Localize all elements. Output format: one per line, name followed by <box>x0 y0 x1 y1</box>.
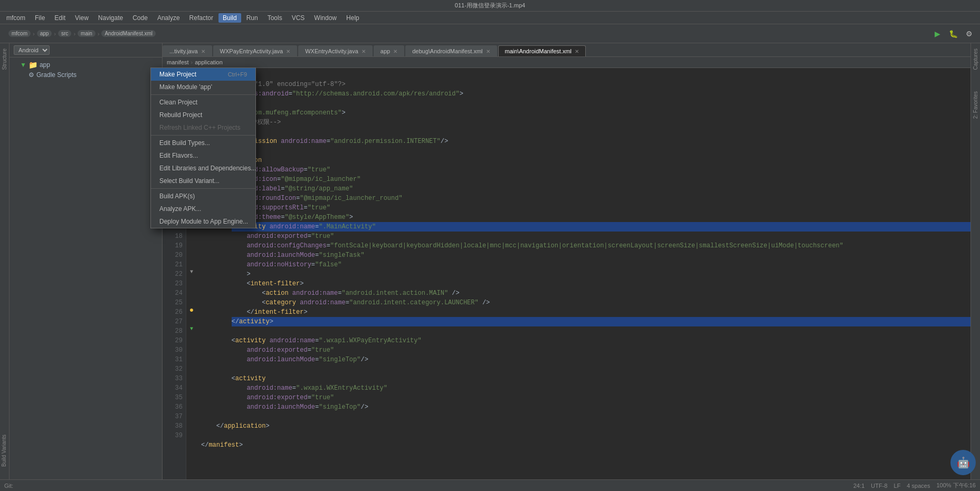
breadcrumb-main[interactable]: main <box>78 30 96 37</box>
tab-close-debug-manifest[interactable]: ✕ <box>486 49 490 54</box>
editor-breadcrumb-manifest[interactable]: manifest <box>167 59 189 65</box>
tab-app[interactable]: app ✕ <box>374 45 404 56</box>
tab-activity[interactable]: ...tivity.java ✕ <box>163 45 212 56</box>
tab-wxpay[interactable]: WXPayEntryActivity.java ✕ <box>213 45 298 56</box>
expand-icon: ▼ <box>20 61 26 69</box>
menu-make-project[interactable]: Make Project Ctrl+F9 <box>151 68 255 81</box>
build-variants-toggle[interactable]: Build Variants <box>0 431 9 470</box>
favorites-label: 2: Favorites <box>973 91 978 119</box>
title-text: 011-用微信登录演示-1.mp4 <box>455 2 525 9</box>
git-status: Git: <box>4 483 13 489</box>
breadcrumb-mfcom[interactable]: mfcom <box>8 30 31 37</box>
breadcrumb-src[interactable]: src <box>58 30 71 37</box>
tab-close-main-manifest[interactable]: ✕ <box>575 49 579 54</box>
code-editor[interactable]: <?xml version="1.0" encoding="utf-8"?> <… <box>197 68 971 479</box>
menu-make-module[interactable]: Make Module 'app' <box>151 81 255 93</box>
folder-icon: 📁 <box>28 61 37 69</box>
editor-section: ...tivity.java ✕ WXPayEntryActivity.java… <box>163 43 971 479</box>
status-time: 100% 下午6:16 <box>936 482 976 489</box>
editor-breadcrumb-application[interactable]: application <box>195 59 223 65</box>
structure-panel-toggle[interactable]: Structure <box>0 43 9 479</box>
toolbar: mfcom › app › src › main › AndroidManife… <box>0 24 980 43</box>
separator-3 <box>151 188 255 189</box>
toolbar-more[interactable]: ⚙ <box>962 27 976 41</box>
fold-icon-22[interactable]: ▼ <box>190 267 193 277</box>
tab-main-manifest[interactable]: main\AndroidManifest.xml ✕ <box>498 45 586 56</box>
status-encoding: UTF-8 <box>871 483 887 489</box>
status-lf: LF <box>894 483 901 489</box>
breadcrumb-file[interactable]: AndroidManifest.xml <box>101 30 156 37</box>
menu-window[interactable]: Window <box>310 13 341 23</box>
menu-edit-libraries[interactable]: Edit Libraries and Dependencies... <box>151 162 255 175</box>
menu-analyze[interactable]: Analyze <box>153 13 184 23</box>
title-bar: 011-用微信登录演示-1.mp4 <box>0 0 980 12</box>
tree-item-gradle-label: Gradle Scripts <box>36 71 77 79</box>
tree-item-gradle[interactable]: ⚙ Gradle Scripts <box>9 70 162 80</box>
tab-close-wxpay[interactable]: ✕ <box>286 49 290 54</box>
warning-icon-26: ● <box>189 305 194 315</box>
status-indent: 4 spaces <box>907 483 930 489</box>
right-panel-toggle[interactable]: Captures 2: Favorites <box>971 43 980 479</box>
tab-debug-manifest[interactable]: debug\AndroidManifest.xml ✕ <box>405 45 497 56</box>
run-button[interactable]: ▶ <box>930 27 944 41</box>
separator-1 <box>151 94 255 95</box>
separator-2 <box>151 135 255 136</box>
project-header: Android <box>9 43 162 57</box>
tab-close-activity[interactable]: ✕ <box>201 49 205 54</box>
menu-build[interactable]: Build <box>218 13 241 23</box>
project-panel: Android ▼ 📁 app ⚙ Gradle Scripts <box>9 43 163 479</box>
menu-view[interactable]: View <box>71 13 93 23</box>
build-dropdown: Make Project Ctrl+F9 Make Module 'app' C… <box>150 68 256 228</box>
menu-tools[interactable]: Tools <box>263 13 287 23</box>
breadcrumb-app[interactable]: app <box>37 30 52 37</box>
tab-close-wxentry[interactable]: ✕ <box>361 49 366 54</box>
menu-edit[interactable]: Edit <box>50 13 70 23</box>
code-container[interactable]: 12345 678910 1112131415 1617181920 21222… <box>163 68 971 479</box>
menu-bar: mfcom File Edit View Navigate Code Analy… <box>0 12 980 24</box>
menu-help[interactable]: Help <box>342 13 364 23</box>
status-position: 24:1 <box>853 483 864 489</box>
breadcrumb: mfcom › app › src › main › AndroidManife… <box>8 30 156 37</box>
tab-wxentry[interactable]: WXEntryActivity.java ✕ <box>298 45 373 56</box>
build-variants-label: Build Variants <box>1 435 7 467</box>
assistant-button[interactable]: 🤖 <box>950 450 976 475</box>
menu-refactor[interactable]: Refactor <box>185 13 217 23</box>
tab-close-app[interactable]: ✕ <box>393 49 397 54</box>
debug-button[interactable]: 🐛 <box>946 27 960 41</box>
menu-clean-project[interactable]: Clean Project <box>151 96 255 109</box>
menu-edit-build-types[interactable]: Edit Build Types... <box>151 137 255 149</box>
menu-rebuild-project[interactable]: Rebuild Project <box>151 109 255 121</box>
captures-label: Captures <box>973 49 978 70</box>
menu-deploy-module[interactable]: Deploy Module to App Engine... <box>151 215 255 228</box>
menu-select-build-variant[interactable]: Select Build Variant... <box>151 175 255 187</box>
menu-navigate[interactable]: Navigate <box>94 13 127 23</box>
menu-analyze-apk[interactable]: Analyze APK... <box>151 203 255 215</box>
assistant-icon-glyph: 🤖 <box>957 456 970 469</box>
menu-edit-flavors[interactable]: Edit Flavors... <box>151 149 255 162</box>
menu-mfcom[interactable]: mfcom <box>2 13 30 23</box>
menu-file[interactable]: File <box>31 13 49 23</box>
tree-item-label: app <box>40 61 50 69</box>
menu-refresh-cpp: Refresh Linked C++ Projects <box>151 121 255 134</box>
structure-label: Structure <box>2 49 7 70</box>
fold-icon-28[interactable]: ▼ <box>190 324 193 334</box>
gradle-icon: ⚙ <box>28 71 34 79</box>
menu-run[interactable]: Run <box>242 13 262 23</box>
editor-breadcrumb: manifest › application <box>163 57 971 68</box>
tabs-bar: ...tivity.java ✕ WXPayEntryActivity.java… <box>163 43 971 57</box>
menu-code[interactable]: Code <box>128 13 152 23</box>
tree-item-app[interactable]: ▼ 📁 app <box>9 60 162 70</box>
menu-vcs[interactable]: VCS <box>288 13 309 23</box>
menu-build-apks[interactable]: Build APK(s) <box>151 190 255 203</box>
status-bar: Git: 24:1 UTF-8 LF 4 spaces 100% 下午6:16 <box>0 479 980 491</box>
android-selector[interactable]: Android <box>14 45 50 55</box>
